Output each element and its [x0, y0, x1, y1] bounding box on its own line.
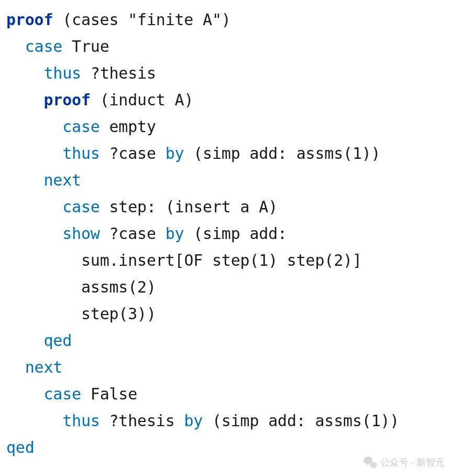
- keyword: show: [62, 224, 100, 243]
- code-line: proof (cases "finite A"): [6, 6, 448, 33]
- keyword: by: [166, 224, 184, 243]
- code-line: thus ?case by (simp add: assms(1)): [6, 140, 448, 167]
- wechat-icon: [363, 457, 377, 468]
- code-line: assms(2): [6, 274, 448, 300]
- keyword-proof: proof: [43, 91, 90, 109]
- code-line: step(3)): [6, 300, 448, 327]
- code-line: next: [6, 167, 448, 193]
- code-line: next: [6, 354, 448, 381]
- code-line: case step: (insert a A): [6, 193, 448, 220]
- keyword: case: [43, 385, 81, 403]
- code-line: thus ?thesis: [6, 60, 448, 86]
- keyword: next: [25, 358, 62, 376]
- keyword: by: [184, 412, 203, 430]
- keyword: by: [166, 144, 184, 163]
- keyword: thus: [62, 412, 100, 430]
- keyword: qed: [43, 331, 72, 350]
- code-line: sum.insert[OF step(1) step(2)]: [6, 247, 448, 274]
- keyword: qed: [6, 438, 35, 457]
- code-line: proof (induct A): [6, 86, 448, 113]
- keyword: thus: [62, 144, 100, 163]
- keyword: case: [62, 117, 100, 136]
- code-line: case True: [6, 33, 448, 60]
- watermark-text: 公众号 · 新智元: [380, 456, 445, 469]
- code-line: thus ?thesis by (simp add: assms(1)): [6, 407, 448, 434]
- isabelle-proof-code: proof (cases "finite A") case True thus …: [0, 0, 452, 465]
- keyword: case: [25, 37, 62, 56]
- keyword: thus: [43, 64, 81, 82]
- code-line: qed: [6, 327, 448, 354]
- keyword-proof: proof: [6, 10, 53, 29]
- code-line: case empty: [6, 113, 448, 140]
- code-line: case False: [6, 381, 448, 407]
- watermark: 公众号 · 新智元: [363, 456, 445, 469]
- keyword: next: [43, 171, 81, 189]
- keyword: case: [62, 198, 100, 216]
- code-line: show ?case by (simp add:: [6, 220, 448, 247]
